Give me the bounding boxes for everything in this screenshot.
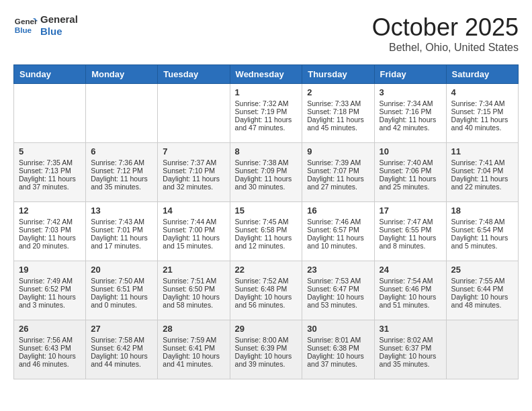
day-number: 10 [380, 146, 441, 156]
calendar-cell: 22Sunrise: 7:52 AMSunset: 6:48 PMDayligh… [230, 261, 302, 320]
calendar-cell: 1Sunrise: 7:32 AMSunset: 7:19 PMDaylight… [230, 84, 302, 143]
sunset-text: Sunset: 6:55 PM [380, 226, 441, 234]
month-title: October 2025 [372, 13, 519, 42]
sunrise-text: Sunrise: 8:02 AM [380, 336, 441, 344]
daylight-text: Daylight: 10 hours and 58 minutes. [163, 293, 224, 309]
daylight-text: Daylight: 11 hours and 10 minutes. [307, 234, 369, 250]
day-number: 19 [19, 265, 81, 275]
day-number: 25 [451, 265, 513, 275]
day-number: 17 [380, 205, 441, 216]
day-number: 20 [91, 265, 152, 275]
sunrise-text: Sunrise: 7:38 AM [235, 158, 298, 167]
calendar-cell: 13Sunrise: 7:43 AMSunset: 7:01 PMDayligh… [86, 202, 158, 261]
calendar-cell: 24Sunrise: 7:54 AMSunset: 6:46 PMDayligh… [374, 261, 446, 320]
calendar-cell: 12Sunrise: 7:42 AMSunset: 7:03 PMDayligh… [14, 202, 86, 261]
sunset-text: Sunset: 7:13 PM [19, 167, 81, 175]
logo-icon: General Blue [13, 13, 38, 38]
calendar-cell: 30Sunrise: 8:01 AMSunset: 6:38 PMDayligh… [302, 320, 374, 379]
sunset-text: Sunset: 7:15 PM [451, 107, 513, 116]
sunset-text: Sunset: 6:37 PM [380, 344, 441, 352]
calendar-cell: 4Sunrise: 7:34 AMSunset: 7:15 PMDaylight… [446, 84, 518, 143]
daylight-text: Daylight: 11 hours and 17 minutes. [91, 234, 152, 250]
calendar-cell: 25Sunrise: 7:55 AMSunset: 6:44 PMDayligh… [446, 261, 518, 320]
day-number: 22 [235, 265, 298, 275]
daylight-text: Daylight: 11 hours and 5 minutes. [451, 234, 513, 250]
calendar-cell [158, 84, 230, 143]
daylight-text: Daylight: 11 hours and 22 minutes. [451, 175, 513, 191]
daylight-text: Daylight: 10 hours and 53 minutes. [307, 293, 369, 309]
sunrise-text: Sunrise: 7:52 AM [235, 277, 298, 285]
sunrise-text: Sunrise: 8:01 AM [307, 336, 369, 344]
daylight-text: Daylight: 11 hours and 30 minutes. [235, 175, 298, 191]
sunset-text: Sunset: 6:54 PM [451, 226, 513, 234]
sunset-text: Sunset: 7:00 PM [163, 226, 224, 234]
sunset-text: Sunset: 6:57 PM [307, 226, 369, 234]
daylight-text: Daylight: 10 hours and 35 minutes. [380, 352, 441, 368]
logo: General Blue General Blue [13, 13, 78, 38]
daylight-text: Daylight: 11 hours and 20 minutes. [19, 234, 81, 250]
weekday-header-thursday: Thursday [302, 65, 374, 84]
sunset-text: Sunset: 6:42 PM [91, 344, 152, 352]
day-number: 29 [235, 324, 298, 334]
day-number: 26 [19, 324, 81, 334]
sunrise-text: Sunrise: 7:55 AM [451, 277, 513, 285]
day-number: 9 [307, 146, 369, 156]
calendar-cell: 8Sunrise: 7:38 AMSunset: 7:09 PMDaylight… [230, 143, 302, 202]
sunrise-text: Sunrise: 7:48 AM [451, 218, 513, 226]
daylight-text: Daylight: 10 hours and 44 minutes. [91, 352, 152, 368]
sunset-text: Sunset: 6:46 PM [380, 285, 441, 293]
svg-text:General: General [15, 17, 38, 26]
sunset-text: Sunset: 7:10 PM [163, 167, 224, 175]
calendar-cell [446, 320, 518, 379]
sunset-text: Sunset: 7:07 PM [307, 167, 369, 175]
day-number: 16 [307, 205, 369, 216]
calendar-cell: 2Sunrise: 7:33 AMSunset: 7:18 PMDaylight… [302, 84, 374, 143]
daylight-text: Daylight: 11 hours and 47 minutes. [235, 116, 298, 132]
day-number: 31 [380, 324, 441, 334]
sunrise-text: Sunrise: 7:35 AM [19, 158, 81, 167]
day-number: 8 [235, 146, 298, 156]
sunset-text: Sunset: 6:47 PM [307, 285, 369, 293]
sunset-text: Sunset: 6:38 PM [307, 344, 369, 352]
daylight-text: Daylight: 11 hours and 37 minutes. [19, 175, 81, 191]
location: Bethel, Ohio, United States [372, 42, 519, 54]
daylight-text: Daylight: 10 hours and 51 minutes. [380, 293, 441, 309]
day-number: 2 [307, 87, 369, 97]
logo-general: General [40, 13, 78, 26]
sunrise-text: Sunrise: 7:34 AM [451, 99, 513, 107]
sunrise-text: Sunrise: 7:40 AM [380, 158, 441, 167]
title-block: October 2025 Bethel, Ohio, United States [372, 13, 519, 54]
sunrise-text: Sunrise: 7:59 AM [163, 336, 224, 344]
daylight-text: Daylight: 11 hours and 40 minutes. [451, 116, 513, 132]
calendar-cell: 10Sunrise: 7:40 AMSunset: 7:06 PMDayligh… [374, 143, 446, 202]
calendar-cell: 23Sunrise: 7:53 AMSunset: 6:47 PMDayligh… [302, 261, 374, 320]
sunrise-text: Sunrise: 7:44 AM [163, 218, 224, 226]
calendar-cell: 17Sunrise: 7:47 AMSunset: 6:55 PMDayligh… [374, 202, 446, 261]
daylight-text: Daylight: 10 hours and 37 minutes. [307, 352, 369, 368]
day-number: 6 [91, 146, 152, 156]
day-number: 23 [307, 265, 369, 275]
daylight-text: Daylight: 11 hours and 8 minutes. [380, 234, 441, 250]
daylight-text: Daylight: 11 hours and 32 minutes. [163, 175, 224, 191]
daylight-text: Daylight: 11 hours and 42 minutes. [380, 116, 441, 132]
daylight-text: Daylight: 11 hours and 35 minutes. [91, 175, 152, 191]
sunrise-text: Sunrise: 7:50 AM [91, 277, 152, 285]
sunset-text: Sunset: 7:01 PM [91, 226, 152, 234]
weekday-header-friday: Friday [374, 65, 446, 84]
day-number: 21 [163, 265, 224, 275]
weekday-header-saturday: Saturday [446, 65, 518, 84]
calendar-cell: 29Sunrise: 8:00 AMSunset: 6:39 PMDayligh… [230, 320, 302, 379]
weekday-header-wednesday: Wednesday [230, 65, 302, 84]
sunrise-text: Sunrise: 7:32 AM [235, 99, 298, 107]
calendar-cell [86, 84, 158, 143]
daylight-text: Daylight: 10 hours and 39 minutes. [235, 352, 298, 368]
sunrise-text: Sunrise: 7:58 AM [91, 336, 152, 344]
sunrise-text: Sunrise: 7:43 AM [91, 218, 152, 226]
day-number: 5 [19, 146, 81, 156]
sunset-text: Sunset: 6:58 PM [235, 226, 298, 234]
sunrise-text: Sunrise: 7:53 AM [307, 277, 369, 285]
sunset-text: Sunset: 6:51 PM [91, 285, 152, 293]
sunset-text: Sunset: 7:09 PM [235, 167, 298, 175]
sunset-text: Sunset: 6:43 PM [19, 344, 81, 352]
sunrise-text: Sunrise: 7:47 AM [380, 218, 441, 226]
